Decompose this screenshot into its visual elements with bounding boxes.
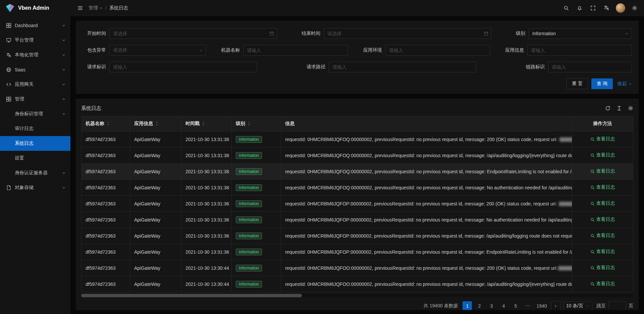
settings-gear-icon[interactable] bbox=[628, 0, 641, 16]
view-log-link[interactable]: 查看日志 bbox=[590, 249, 615, 255]
sidebar-item[interactable]: 本地化管理 bbox=[0, 48, 70, 62]
sidebar-item[interactable]: Dashboard bbox=[0, 18, 70, 33]
level-badge: Information bbox=[236, 233, 262, 239]
magnifier-icon bbox=[590, 201, 595, 206]
sidebar-item[interactable]: 审计日志 bbox=[0, 121, 70, 136]
collapse-link[interactable]: 收起 bbox=[618, 81, 632, 87]
search-icon[interactable] bbox=[559, 0, 573, 16]
jump-to-input[interactable] bbox=[608, 301, 626, 310]
page-size-select[interactable]: 10 条/页 bbox=[563, 301, 592, 310]
breadcrumb-separator: / bbox=[105, 5, 107, 11]
chevron-down-icon bbox=[62, 82, 66, 86]
sort-icons[interactable]: ▲▼ bbox=[202, 121, 205, 126]
page-button-2[interactable]: 2 bbox=[475, 301, 484, 310]
view-log-link[interactable]: 查看日志 bbox=[590, 233, 615, 239]
table-row: df5974d72363 ApiGateWay 2021-10-30 13:30… bbox=[82, 260, 633, 276]
menu-label: 平台管理 bbox=[15, 37, 58, 43]
magnifier-icon bbox=[590, 282, 595, 286]
sidebar-item[interactable]: 对象存储 bbox=[0, 180, 70, 195]
sidebar-item[interactable]: 身份标识管理 bbox=[0, 107, 70, 121]
translate-icon[interactable] bbox=[600, 0, 613, 16]
redacted-text bbox=[559, 137, 572, 142]
page-button-3[interactable]: 3 bbox=[487, 301, 496, 310]
sidebar-item[interactable]: Saas bbox=[0, 62, 70, 77]
level-select[interactable]: Information bbox=[529, 28, 632, 39]
log-message: requestId: 0HMCRBM8JQFOP:00000002, previ… bbox=[285, 217, 572, 223]
include-exception-select[interactable]: 请选择 bbox=[109, 45, 206, 56]
sidebar-item[interactable]: 管理 bbox=[0, 92, 70, 107]
column-header[interactable]: 时间戳▲▼ bbox=[181, 116, 232, 131]
storage-icon bbox=[6, 185, 11, 190]
view-log-link[interactable]: 查看日志 bbox=[590, 184, 615, 190]
table-row: df5974d72363 ApiGateWay 2021-10-30 13:31… bbox=[82, 131, 633, 147]
menu-label: 对象存储 bbox=[15, 185, 58, 191]
cell-level: Information bbox=[232, 196, 281, 212]
page-button-5[interactable]: 5 bbox=[511, 301, 520, 310]
app-info-input[interactable] bbox=[527, 45, 632, 56]
table-tools bbox=[605, 106, 633, 111]
view-log-label: 查看日志 bbox=[596, 152, 615, 158]
sidebar-item[interactable]: 设置 bbox=[0, 151, 70, 166]
sort-icons[interactable]: ▲▼ bbox=[248, 121, 250, 126]
refresh-icon[interactable] bbox=[605, 106, 610, 111]
column-settings-gear-icon[interactable] bbox=[628, 106, 633, 111]
next-page-button[interactable] bbox=[551, 301, 560, 310]
view-log-link[interactable]: 查看日志 bbox=[590, 136, 615, 142]
sort-icons[interactable]: ▲▼ bbox=[156, 121, 158, 126]
view-log-link[interactable]: 查看日志 bbox=[590, 281, 615, 287]
reset-button[interactable]: 重 置 bbox=[567, 78, 588, 89]
field-label: 链路标识 bbox=[526, 64, 548, 70]
view-log-link[interactable]: 查看日志 bbox=[590, 265, 615, 271]
page-button-4[interactable]: 4 bbox=[499, 301, 508, 310]
horizontal-scrollbar-thumb[interactable] bbox=[81, 294, 302, 297]
chevron-down-icon bbox=[62, 112, 66, 116]
notification-bell-icon[interactable] bbox=[573, 0, 586, 16]
cell-message: requestId: 0HMCRBM8JQFOP:00000002, previ… bbox=[281, 212, 572, 228]
page-button-1940[interactable]: 1940 bbox=[535, 301, 548, 310]
request-path-input[interactable] bbox=[329, 62, 476, 72]
machine-name-input[interactable] bbox=[243, 45, 348, 56]
column-header[interactable]: 机器名称▲▼ bbox=[82, 116, 130, 131]
trace-id-input[interactable] bbox=[548, 62, 632, 72]
page-button-1[interactable]: 1 bbox=[463, 301, 472, 310]
query-button[interactable]: 查 询 bbox=[591, 78, 613, 89]
chevron-down-icon bbox=[199, 49, 203, 52]
menu-label: 系统日志 bbox=[15, 140, 58, 146]
app-env-input[interactable] bbox=[385, 45, 490, 56]
view-log-link[interactable]: 查看日志 bbox=[590, 216, 615, 223]
log-message: requestId: 0HMCRBM8JQFOQ:00000002, previ… bbox=[285, 153, 572, 158]
view-log-link[interactable]: 查看日志 bbox=[590, 168, 615, 174]
view-log-label: 查看日志 bbox=[596, 281, 615, 287]
pagination-ellipsis: ••• bbox=[523, 301, 532, 310]
menu-fold-icon[interactable] bbox=[74, 0, 86, 16]
fullscreen-icon[interactable] bbox=[586, 0, 600, 16]
view-log-link[interactable]: 查看日志 bbox=[590, 152, 615, 158]
sidebar-item[interactable]: 身份认证服务器 bbox=[0, 166, 70, 180]
field-label: 应用环境 bbox=[363, 47, 385, 53]
row-height-icon[interactable] bbox=[616, 106, 622, 111]
menu-label: Dashboard bbox=[15, 23, 58, 28]
column-header[interactable]: 应用信息▲▼ bbox=[130, 116, 181, 131]
level-badge: Information bbox=[236, 216, 262, 223]
breadcrumb-parent[interactable]: 管理 bbox=[89, 5, 103, 11]
user-avatar[interactable] bbox=[616, 3, 625, 13]
select-value: Information bbox=[532, 31, 556, 36]
magnifier-icon bbox=[590, 185, 595, 190]
column-header[interactable]: 级别▲▼ bbox=[232, 116, 281, 131]
cell-level: Information bbox=[232, 180, 281, 196]
sidebar-item[interactable]: 平台管理 bbox=[0, 33, 70, 48]
sort-icons[interactable]: ▲▼ bbox=[107, 121, 109, 126]
app-logo[interactable]: Vben Admin bbox=[0, 0, 70, 16]
cell-app-info: ApiGateWay bbox=[130, 196, 181, 212]
start-time-input[interactable] bbox=[109, 28, 277, 39]
cell-timestamp: 2021-10-30 13:31:36 bbox=[181, 212, 232, 228]
menu-label: 身份标识管理 bbox=[15, 111, 58, 117]
sidebar-item[interactable]: 应用网关 bbox=[0, 77, 70, 92]
cell-level: Information bbox=[232, 276, 281, 292]
end-time-input[interactable] bbox=[324, 28, 491, 39]
field-trace-id: 链路标识 bbox=[526, 62, 632, 72]
view-log-link[interactable]: 查看日志 bbox=[590, 200, 615, 206]
magnifier-icon bbox=[590, 153, 595, 158]
sidebar-item[interactable]: 系统日志 bbox=[0, 136, 70, 151]
request-id-input[interactable] bbox=[109, 62, 257, 72]
